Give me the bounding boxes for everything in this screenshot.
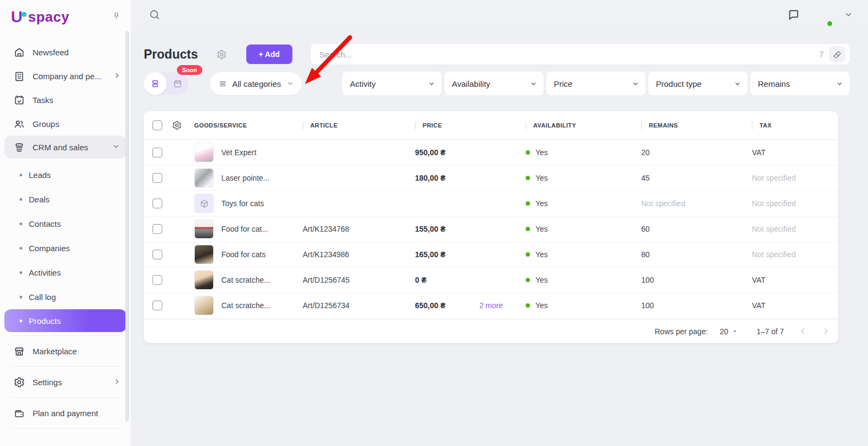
soon-badge: Soon	[177, 65, 203, 75]
table-row[interactable]: Cat scratche... Art/D1256734 650,00 ₴2 m…	[144, 293, 838, 318]
sidebar-item-crm[interactable]: CRM and sales	[4, 136, 126, 158]
tax-cell: Not specified	[752, 199, 838, 208]
sidebar-item-marketplace[interactable]: Marketplace	[0, 339, 131, 363]
chevron-down-icon	[428, 80, 435, 87]
search-icon[interactable]	[149, 9, 161, 23]
column-divider	[641, 122, 642, 130]
filter-label: Product type	[656, 79, 701, 88]
gear-icon	[13, 376, 25, 388]
page-title: Products	[144, 47, 198, 62]
table-row[interactable]: Food for cat... Art/K1234768 155,00 ₴ Ye…	[144, 216, 838, 242]
chevron-down-icon[interactable]	[844, 10, 853, 21]
pin-sidebar-icon[interactable]	[112, 11, 121, 23]
sidebar-item-companies[interactable]: Companies	[0, 236, 131, 260]
next-page-button[interactable]	[821, 327, 831, 336]
row-checkbox[interactable]	[152, 224, 162, 234]
sidebar-item-settings[interactable]: Settings	[0, 370, 131, 394]
sidebar-item-company[interactable]: Company and pe...	[0, 64, 131, 88]
clear-search-button[interactable]	[829, 46, 845, 62]
availability-cell: Yes	[526, 225, 641, 233]
availability-cell: Yes	[526, 199, 641, 208]
availability-dot	[526, 201, 530, 206]
sidebar-item-groups[interactable]: Groups	[0, 112, 131, 136]
row-checkbox[interactable]	[152, 275, 162, 285]
user-avatar[interactable]	[812, 5, 832, 26]
product-name[interactable]: Laser pointe...	[221, 174, 270, 182]
availability-cell: Yes	[526, 301, 641, 310]
column-divider	[415, 122, 416, 130]
page-settings-gear-icon[interactable]	[216, 49, 227, 60]
bullet-dot	[20, 271, 22, 274]
table-row[interactable]: Vet Expert 950,00 ₴ Yes 20 VAT	[144, 140, 838, 165]
product-name[interactable]: Vet Expert	[221, 148, 257, 157]
filter-price[interactable]: Price	[546, 72, 646, 95]
product-name[interactable]: Food for cats	[221, 250, 266, 259]
chevron-down-icon	[836, 80, 843, 87]
sidebar-subitem-label: Contacts	[29, 219, 61, 228]
article-cell: Art/K1234986	[303, 250, 415, 259]
sidebar-item-newsfeed[interactable]: Newsfeed	[0, 40, 131, 64]
more-prices-link[interactable]: 2 more	[479, 301, 503, 310]
filter-availability[interactable]: Availability	[444, 72, 544, 95]
filter-activity[interactable]: Activity	[342, 72, 442, 95]
sidebar-item-tasks[interactable]: Tasks	[0, 88, 131, 112]
column-divider	[526, 122, 526, 130]
sidebar-item-plan-payment[interactable]: Plan and payment	[0, 401, 131, 425]
add-product-button[interactable]: + Add	[246, 44, 292, 64]
category-list-icon	[219, 80, 227, 88]
product-name[interactable]: Toys for cats	[221, 199, 264, 208]
remains-cell: 20	[641, 148, 752, 157]
table-row[interactable]: Toys for cats Yes Not specified Not spec…	[144, 191, 838, 216]
row-checkbox[interactable]	[152, 173, 162, 183]
column-header-remains[interactable]: REMAINS	[641, 122, 752, 129]
logo-letter: U	[11, 9, 23, 25]
products-search-input[interactable]	[320, 50, 820, 59]
previous-page-button[interactable]	[798, 327, 807, 336]
sidebar-item-label: Plan and payment	[33, 409, 98, 418]
row-checkbox[interactable]	[152, 199, 162, 208]
product-name[interactable]: Cat scratche...	[221, 276, 270, 284]
categories-select[interactable]: All categories	[210, 72, 302, 95]
table-row[interactable]: Laser pointe... 180,00 ₴ Yes 45 Not spec…	[144, 165, 838, 191]
list-view-button[interactable]	[144, 72, 167, 95]
column-header-tax[interactable]: TAX	[752, 122, 838, 129]
sidebar-item-leads[interactable]: Leads	[0, 163, 131, 187]
sidebar-item-activities[interactable]: Activities	[0, 260, 131, 285]
product-name[interactable]: Food for cat...	[221, 225, 268, 233]
sidebar-item-deals[interactable]: Deals	[0, 187, 131, 212]
column-header-availability[interactable]: AVAILABILITY	[526, 122, 641, 129]
price-cell: 950,00 ₴	[415, 148, 526, 157]
filter-remains[interactable]: Remains	[750, 72, 850, 95]
price-cell: 155,00 ₴	[415, 225, 526, 233]
tax-cell: VAT	[752, 276, 838, 284]
row-checkbox[interactable]	[152, 148, 162, 157]
sidebar-item-call-log[interactable]: Call log	[0, 285, 131, 309]
remains-cell: 100	[641, 301, 752, 310]
select-all-checkbox[interactable]	[152, 120, 162, 130]
uspacy-logo[interactable]: U spacy	[11, 9, 69, 25]
table-row[interactable]: Food for cats Art/K1234986 165,00 ₴ Yes …	[144, 242, 838, 267]
calendar-view-button[interactable]	[167, 72, 188, 95]
chat-icon[interactable]	[788, 9, 800, 23]
sidebar-scrollbar[interactable]	[125, 31, 129, 422]
columns-settings-gear-icon[interactable]	[172, 120, 194, 130]
table-row[interactable]: Cat scratche... Art/D1256745 0 ₴ Yes 100…	[144, 267, 838, 293]
bullet-dot	[20, 198, 22, 201]
chevron-down-icon	[632, 80, 639, 87]
column-header-goods[interactable]: GOODS/SERVICE	[194, 122, 303, 129]
column-header-price[interactable]: PRICE	[415, 122, 526, 129]
rows-per-page-select[interactable]: 20	[720, 327, 738, 336]
product-name[interactable]: Cat scratche...	[221, 301, 270, 310]
sidebar-item-label: Newsfeed	[33, 48, 69, 57]
availability-cell: Yes	[526, 276, 641, 284]
sidebar-item-contacts[interactable]: Contacts	[0, 212, 131, 236]
filter-label: Activity	[350, 79, 376, 88]
row-checkbox[interactable]	[152, 301, 162, 310]
filter-label: Price	[554, 79, 572, 88]
sidebar-subitem-label: Leads	[29, 170, 51, 180]
remains-cell: 45	[641, 174, 752, 182]
row-checkbox[interactable]	[152, 250, 162, 259]
filter-product-type[interactable]: Product type	[648, 72, 748, 95]
sidebar-item-products[interactable]: Products	[4, 309, 126, 332]
column-header-article[interactable]: ARTICLE	[303, 122, 415, 129]
